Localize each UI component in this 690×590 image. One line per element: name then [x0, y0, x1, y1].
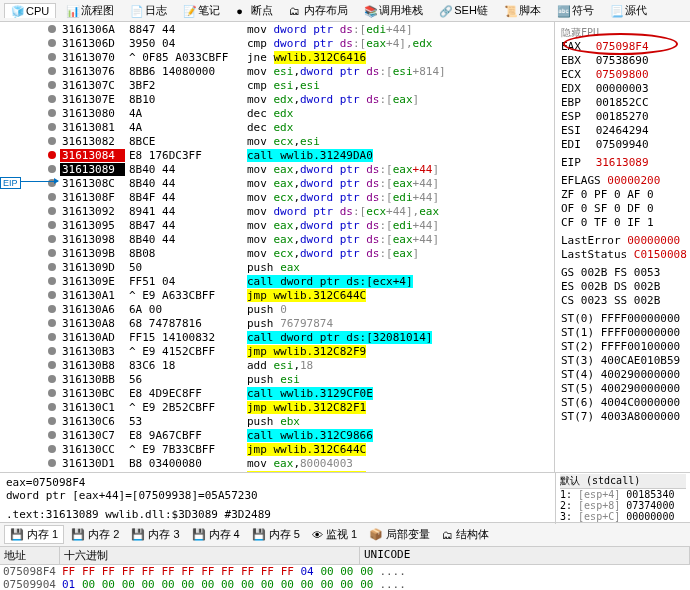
memory-row[interactable]: 075098F4FF FF FF FF FF FF FF FF FF FF FF…: [0, 565, 690, 578]
toolbar-tab[interactable]: 📊流程图: [60, 2, 120, 19]
disasm-row[interactable]: 3161306D3950 04cmp dword ptr ds:[eax+4],…: [0, 36, 554, 50]
breakpoint-dot-icon[interactable]: [48, 389, 56, 397]
breakpoint-dot-icon[interactable]: [48, 137, 56, 145]
memory-tab[interactable]: 💾内存 3: [126, 525, 184, 544]
disasm-row[interactable]: 3161309EFF51 04call dword ptr ds:[ecx+4]: [0, 274, 554, 288]
breakpoint-dot-icon[interactable]: [48, 305, 56, 313]
registers-panel[interactable]: 隐藏FPUEAX 075098F4EBX 07538690ECX 0750980…: [555, 22, 690, 472]
register-line: ZF 0 PF 0 AF 0: [561, 188, 684, 202]
memory-tab[interactable]: 💾内存 1: [4, 525, 64, 544]
breakpoint-dot-icon[interactable]: [48, 123, 56, 131]
memory-tab[interactable]: 💾内存 4: [187, 525, 245, 544]
disasm-row[interactable]: 316130BCE8 4D9EC8FFcall wwlib.3129CF0E: [0, 386, 554, 400]
disasm-row[interactable]: 316130C1^ E9 2B52CBFFjmp wwlib.312C82F1: [0, 400, 554, 414]
breakpoint-dot-icon[interactable]: [48, 95, 56, 103]
breakpoint-dot-icon[interactable]: [48, 403, 56, 411]
disasm-row[interactable]: 316130804Adec edx: [0, 106, 554, 120]
breakpoint-dot-icon[interactable]: [48, 375, 56, 383]
memory-tab[interactable]: 📦局部变量: [364, 525, 435, 544]
disasm-row[interactable]: 316130814Adec edx: [0, 120, 554, 134]
toolbar-tab[interactable]: 📃源代: [604, 2, 653, 19]
disasm-row[interactable]: 316130958B47 44mov eax,dword ptr ds:[edi…: [0, 218, 554, 232]
disasm-row[interactable]: 316130898B40 44mov eax,dword ptr ds:[eax…: [0, 162, 554, 176]
breakpoint-dot-icon[interactable]: [48, 221, 56, 229]
stack-arg-row[interactable]: 1: [esp+4] 00185340: [560, 489, 686, 500]
breakpoint-dot-icon[interactable]: [48, 235, 56, 243]
toolbar-tab[interactable]: 🔗SEH链: [433, 2, 494, 19]
stack-arg-row[interactable]: 3: [esp+C] 00000000: [560, 511, 686, 522]
breakpoint-dot-icon[interactable]: [48, 109, 56, 117]
breakpoint-dot-icon[interactable]: [48, 291, 56, 299]
col-address[interactable]: 地址: [0, 547, 60, 564]
toolbar-tab[interactable]: 📜脚本: [498, 2, 547, 19]
memory-tab[interactable]: 💾内存 5: [247, 525, 305, 544]
toolbar-tab[interactable]: ●断点: [230, 2, 279, 19]
disasm-row[interactable]: 31613070^ 0F85 A033CBFFjne wwlib.312C641…: [0, 50, 554, 64]
mnemonic: call dword ptr ds:[ecx+4]: [245, 275, 554, 288]
disasm-row[interactable]: 316130B3^ E9 4152CBFFjmp wwlib.312C82F9: [0, 344, 554, 358]
toolbar-tab[interactable]: 📚调用堆栈: [358, 2, 429, 19]
disasm-row[interactable]: 316130928941 44mov dword ptr ds:[ecx+44]…: [0, 204, 554, 218]
breakpoint-dot-icon[interactable]: [48, 165, 56, 173]
disasm-row[interactable]: 3161308F8B4F 44mov ecx,dword ptr ds:[edi…: [0, 190, 554, 204]
disasm-row[interactable]: 31613084E8 176DC3FFcall wwlib.31249DA0: [0, 148, 554, 162]
breakpoint-dot-icon[interactable]: [48, 249, 56, 257]
memory-tab[interactable]: 👁监视 1: [307, 525, 362, 544]
bytes: 6A 00: [125, 303, 245, 316]
disasm-row[interactable]: 3161307C3BF2cmp esi,esi: [0, 78, 554, 92]
col-hex[interactable]: 十六进制: [60, 547, 360, 564]
disasm-row[interactable]: 3161307E8B10mov edx,dword ptr ds:[eax]: [0, 92, 554, 106]
disasm-row[interactable]: 316130988B40 44mov eax,dword ptr ds:[eax…: [0, 232, 554, 246]
disasm-row[interactable]: 3161306A8847 44mov dword ptr ds:[edi+44]: [0, 22, 554, 36]
breakpoint-dot-icon[interactable]: [48, 459, 56, 467]
breakpoint-dot-icon[interactable]: [48, 151, 56, 159]
breakpoint-dot-icon[interactable]: [48, 445, 56, 453]
disasm-row[interactable]: 3161309D50push eax: [0, 260, 554, 274]
breakpoint-dot-icon[interactable]: [48, 67, 56, 75]
mnemonic: dec edx: [245, 107, 554, 120]
breakpoint-dot-icon[interactable]: [48, 25, 56, 33]
breakpoint-dot-icon[interactable]: [48, 81, 56, 89]
disasm-row[interactable]: 316130A1^ E9 A633CBFFjmp wwlib.312C644C: [0, 288, 554, 302]
breakpoint-dot-icon[interactable]: [48, 39, 56, 47]
disasm-row[interactable]: 3161308C8B40 44mov eax,dword ptr ds:[eax…: [0, 176, 554, 190]
breakpoint-dot-icon[interactable]: [48, 277, 56, 285]
toolbar-tab[interactable]: 🔤符号: [551, 2, 600, 19]
disasm-row[interactable]: 316130C7E8 9A67CBFFcall wwlib.312C9866: [0, 428, 554, 442]
col-ascii[interactable]: UNICODE: [360, 547, 690, 564]
breakpoint-dot-icon[interactable]: [48, 333, 56, 341]
disassembly-panel[interactable]: EIP 3161306A8847 44mov dword ptr ds:[edi…: [0, 22, 555, 472]
disasm-row[interactable]: 316130A66A 00push 0: [0, 302, 554, 316]
disasm-row[interactable]: 316130B883C6 18add esi,18: [0, 358, 554, 372]
breakpoint-dot-icon[interactable]: [48, 207, 56, 215]
breakpoint-dot-icon[interactable]: [48, 431, 56, 439]
memory-tab[interactable]: 💾内存 2: [66, 525, 124, 544]
disasm-row[interactable]: 316130ADFF15 14100832call dword ptr ds:[…: [0, 330, 554, 344]
disasm-row[interactable]: 316130BB56push esi: [0, 372, 554, 386]
toolbar-tab[interactable]: 🗂内存布局: [283, 2, 354, 19]
disasm-row[interactable]: 316130768BB6 14080000mov esi,dword ptr d…: [0, 64, 554, 78]
memory-row[interactable]: 0750990401 00 00 00 00 00 00 00 00 00 00…: [0, 578, 690, 590]
breakpoint-dot-icon[interactable]: [48, 361, 56, 369]
disasm-row[interactable]: 316130D6^ E9 719F5D00jmp wwlib.31BED04C: [0, 470, 554, 472]
toolbar-tab[interactable]: 📄日志: [124, 2, 173, 19]
disasm-row[interactable]: 3161309B8B08mov ecx,dword ptr ds:[eax]: [0, 246, 554, 260]
breakpoint-dot-icon[interactable]: [48, 193, 56, 201]
breakpoint-dot-icon[interactable]: [48, 417, 56, 425]
fpu-toggle[interactable]: 隐藏FPU: [561, 27, 599, 38]
stack-arg-row[interactable]: 2: [esp+8] 07374000: [560, 500, 686, 511]
disasm-row[interactable]: 316130CC^ E9 7B33CBFFjmp wwlib.312C644C: [0, 442, 554, 456]
toolbar-tab[interactable]: 🧊CPU: [4, 3, 56, 18]
toolbar-tab[interactable]: 📝笔记: [177, 2, 226, 19]
memory-tab[interactable]: 🗂结构体: [437, 525, 494, 544]
disasm-row[interactable]: 316130C653push ebx: [0, 414, 554, 428]
register-line: ESP 00185270: [561, 110, 684, 124]
disasm-row[interactable]: 316130828BCEmov ecx,esi: [0, 134, 554, 148]
breakpoint-dot-icon[interactable]: [48, 53, 56, 61]
breakpoint-dot-icon[interactable]: [48, 263, 56, 271]
disasm-row[interactable]: 316130D1B8 03400080mov eax,80004003: [0, 456, 554, 470]
disasm-row[interactable]: 316130A868 74787816push 76797874: [0, 316, 554, 330]
memory-dump[interactable]: 地址 十六进制 UNICODE 075098F4FF FF FF FF FF F…: [0, 547, 690, 590]
breakpoint-dot-icon[interactable]: [48, 347, 56, 355]
breakpoint-dot-icon[interactable]: [48, 319, 56, 327]
